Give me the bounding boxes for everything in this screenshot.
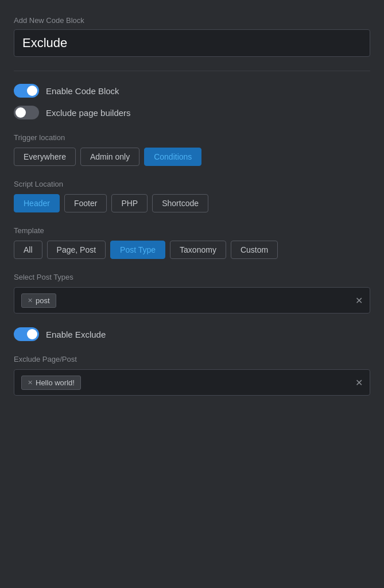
exclude-page-builders-label: Exclude page builders [46, 108, 131, 118]
enable-exclude-section: Enable Exclude [14, 327, 370, 341]
hello-world-tag-label: Hello world! [36, 378, 75, 387]
block-name-input[interactable] [14, 29, 370, 57]
trigger-conditions-btn[interactable]: Conditions [144, 148, 201, 166]
toggle-slider-exclude [14, 106, 39, 119]
script-location-title: Script Location [14, 180, 370, 188]
template-section: Template All Page, Post Post Type Taxono… [14, 226, 370, 259]
exclude-page-builders-toggle[interactable] [14, 106, 39, 119]
script-shortcode-btn[interactable]: Shortcode [152, 194, 208, 212]
post-types-clear-icon[interactable]: ✕ [355, 295, 363, 306]
toggle-slider-enable [14, 84, 39, 98]
enable-code-block-toggle[interactable] [14, 84, 39, 98]
exclude-page-post-tag-list: ✕ Hello world! [21, 376, 81, 390]
enable-code-block-row: Enable Code Block [14, 84, 370, 98]
toggles-section: Enable Code Block Exclude page builders [14, 84, 370, 119]
template-post-type-btn[interactable]: Post Type [110, 241, 165, 259]
trigger-admin-only-btn[interactable]: Admin only [80, 148, 139, 166]
select-post-types-section: Select Post Types ✕ post ✕ [14, 273, 370, 314]
toggle-slider-enable-exclude [14, 327, 39, 341]
template-taxonomy-btn[interactable]: Taxonomy [170, 241, 226, 259]
script-location-section: Script Location Header Footer PHP Shortc… [14, 180, 370, 212]
post-tag-remove-icon[interactable]: ✕ [28, 297, 33, 304]
hello-world-tag-remove-icon[interactable]: ✕ [28, 379, 33, 386]
exclude-page-post-multiselect[interactable]: ✕ Hello world! ✕ [14, 369, 370, 396]
exclude-page-post-title: Exclude Page/Post [14, 355, 370, 363]
divider-1 [14, 71, 370, 71]
add-title: Add New Code Block [14, 16, 370, 25]
trigger-location-title: Trigger location [14, 133, 370, 142]
script-location-group: Header Footer PHP Shortcode [14, 194, 370, 212]
template-title: Template [14, 226, 370, 235]
script-footer-btn[interactable]: Footer [64, 194, 107, 212]
enable-exclude-row: Enable Exclude [14, 327, 370, 341]
post-types-multiselect[interactable]: ✕ post ✕ [14, 287, 370, 314]
select-post-types-title: Select Post Types [14, 273, 370, 281]
trigger-location-section: Trigger location Everywhere Admin only C… [14, 133, 370, 166]
post-tag-label: post [36, 296, 50, 305]
template-custom-btn[interactable]: Custom [231, 241, 278, 259]
post-type-tag-post: ✕ post [21, 293, 56, 308]
enable-code-block-label: Enable Code Block [46, 86, 119, 96]
exclude-page-post-section: Exclude Page/Post ✕ Hello world! ✕ [14, 355, 370, 396]
add-code-block-section: Add New Code Block [14, 16, 370, 57]
trigger-everywhere-btn[interactable]: Everywhere [14, 148, 76, 166]
script-header-btn[interactable]: Header [14, 194, 60, 212]
template-page-post-btn[interactable]: Page, Post [47, 241, 106, 259]
template-group: All Page, Post Post Type Taxonomy Custom [14, 241, 370, 259]
exclude-page-builders-row: Exclude page builders [14, 106, 370, 119]
enable-exclude-label: Enable Exclude [46, 330, 106, 339]
exclude-tag-hello-world: ✕ Hello world! [21, 376, 81, 390]
exclude-page-post-clear-icon[interactable]: ✕ [355, 377, 363, 388]
script-php-btn[interactable]: PHP [111, 194, 148, 212]
trigger-location-group: Everywhere Admin only Conditions [14, 148, 370, 166]
post-types-tag-list: ✕ post [21, 293, 56, 308]
enable-exclude-toggle[interactable] [14, 327, 39, 341]
template-all-btn[interactable]: All [14, 241, 42, 259]
